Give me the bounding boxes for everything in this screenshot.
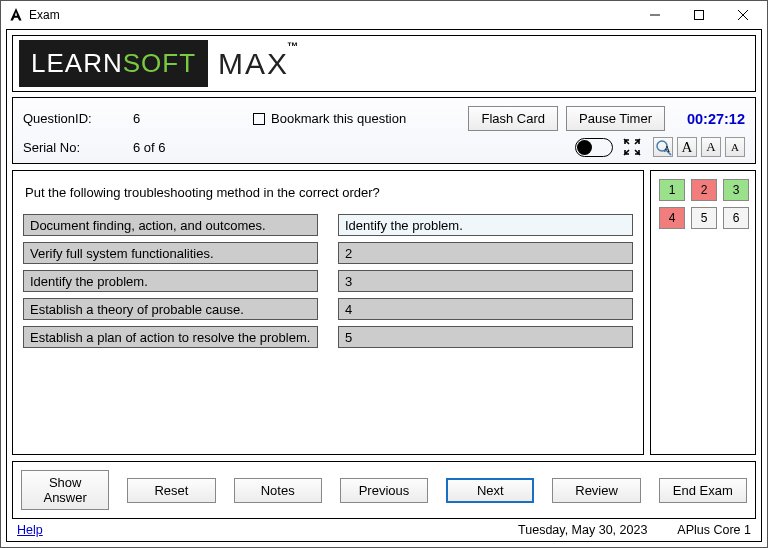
options-target-column: Identify the problem. 2 3 4 5 — [338, 214, 633, 348]
status-exam-name: APlus Core 1 — [677, 523, 751, 537]
pause-timer-button[interactable]: Pause Timer — [566, 106, 665, 131]
bookmark-checkbox[interactable] — [253, 113, 265, 125]
drop-slot[interactable]: Identify the problem. — [338, 214, 633, 236]
info-panel: QuestionID: 6 Bookmark this question Fla… — [12, 97, 756, 164]
drop-slot[interactable]: 5 — [338, 326, 633, 348]
fullscreen-icon[interactable] — [623, 138, 641, 156]
drop-slot[interactable]: 3 — [338, 270, 633, 292]
app-icon — [9, 8, 23, 22]
question-id-value: 6 — [133, 111, 253, 126]
dark-mode-toggle[interactable] — [575, 138, 613, 157]
logo-text-3: MAX — [218, 47, 289, 81]
logo-text-1: LEARN — [31, 48, 123, 78]
status-bar: Help Tuesday, May 30, 2023 APlus Core 1 — [7, 519, 761, 541]
nav-question-1[interactable]: 1 — [659, 179, 685, 201]
timer-value: 00:27:12 — [665, 111, 745, 127]
nav-question-6[interactable]: 6 — [723, 207, 749, 229]
reset-button[interactable]: Reset — [127, 478, 215, 503]
minimize-button[interactable] — [633, 1, 677, 29]
close-button[interactable] — [721, 1, 765, 29]
serial-value: 6 of 6 — [133, 140, 253, 155]
nav-question-2[interactable]: 2 — [691, 179, 717, 201]
question-nav-panel: 123456 — [650, 170, 756, 455]
options-source-column: Document finding, action, and outcomes. … — [23, 214, 318, 348]
window-title: Exam — [29, 8, 633, 22]
end-exam-button[interactable]: End Exam — [659, 478, 747, 503]
drag-option[interactable]: Document finding, action, and outcomes. — [23, 214, 318, 236]
drag-option[interactable]: Establish a theory of probable cause. — [23, 298, 318, 320]
zoom-button[interactable]: A — [653, 137, 673, 157]
question-text: Put the following troubleshooting method… — [25, 185, 633, 200]
show-answer-button[interactable]: Show Answer — [21, 470, 109, 510]
help-link[interactable]: Help — [17, 523, 43, 537]
drag-option[interactable]: Identify the problem. — [23, 270, 318, 292]
logo-text-2: SOFT — [123, 48, 196, 78]
status-date: Tuesday, May 30, 2023 — [43, 523, 678, 537]
previous-button[interactable]: Previous — [340, 478, 428, 503]
font-small-button[interactable]: A — [725, 137, 745, 157]
review-button[interactable]: Review — [552, 478, 640, 503]
notes-button[interactable]: Notes — [234, 478, 322, 503]
trademark-icon: ™ — [287, 40, 298, 52]
font-large-button[interactable]: A — [677, 137, 697, 157]
next-button[interactable]: Next — [446, 478, 534, 503]
svg-rect-1 — [695, 11, 704, 20]
serial-label: Serial No: — [23, 140, 133, 155]
bottom-toolbar: Show Answer Reset Notes Previous Next Re… — [12, 461, 756, 519]
maximize-button[interactable] — [677, 1, 721, 29]
font-medium-button[interactable]: A — [701, 137, 721, 157]
question-id-label: QuestionID: — [23, 111, 133, 126]
nav-question-3[interactable]: 3 — [723, 179, 749, 201]
drag-option[interactable]: Establish a plan of action to resolve th… — [23, 326, 318, 348]
flash-card-button[interactable]: Flash Card — [468, 106, 558, 131]
nav-question-5[interactable]: 5 — [691, 207, 717, 229]
drop-slot[interactable]: 2 — [338, 242, 633, 264]
drop-slot[interactable]: 4 — [338, 298, 633, 320]
logo: LEARNSOFT MAX ™ — [12, 35, 756, 92]
question-panel: Put the following troubleshooting method… — [12, 170, 644, 455]
nav-question-4[interactable]: 4 — [659, 207, 685, 229]
drag-option[interactable]: Verify full system functionalities. — [23, 242, 318, 264]
bookmark-label: Bookmark this question — [271, 111, 406, 126]
titlebar: Exam — [1, 1, 767, 29]
